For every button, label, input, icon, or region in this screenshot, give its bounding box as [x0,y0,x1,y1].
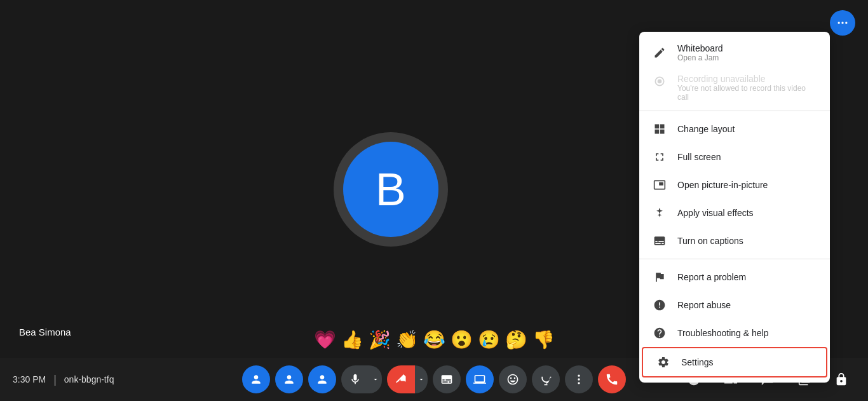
meeting-code: onk-bbgn-tfq [64,374,114,384]
edit-icon [652,45,667,60]
top-more-button[interactable] [830,10,855,36]
emoji-wow[interactable]: 😮 [451,329,473,350]
report-problem-label: Report a problem [677,272,746,282]
captions-icon [652,233,667,248]
emoji-thumbsup[interactable]: 👍 [341,329,363,350]
video-area: B Bea Simona 💗 👍 🎉 👏 😂 😮 😢 🤔 👎 [0,0,868,401]
whiteboard-sublabel: Open a Jam [677,53,723,62]
layout-label: Change layout [677,124,735,134]
end-call-button[interactable] [598,365,626,393]
settings-label: Settings [681,357,714,367]
svg-point-0 [838,22,840,24]
menu-item-recording: Recording unavailable You're not allowed… [639,69,830,107]
meeting-time: 3:30 PM [13,374,46,384]
emoji-laugh[interactable]: 😂 [423,329,445,350]
people-button-1[interactable] [242,365,270,393]
sparkle-icon [652,205,667,221]
svg-point-5 [578,375,580,377]
captions-label: Turn on captions [677,236,743,246]
captions-text: Turn on captions [677,236,743,246]
toolbar-left: 3:30 PM | onk-bbgn-tfq [13,373,114,386]
recording-text: Recording unavailable You're not allowed… [677,74,817,102]
troubleshooting-label: Troubleshooting & help [677,328,768,338]
svg-point-7 [578,382,580,384]
warning-icon [652,297,667,313]
layout-text: Change layout [677,124,735,134]
camera-button[interactable] [387,365,415,393]
troubleshooting-text: Troubleshooting & help [677,328,768,338]
avatar-outer: B [334,132,448,247]
menu-item-visual-effects[interactable]: Apply visual effects [639,199,830,227]
people-button-3[interactable] [308,365,336,393]
emoji-clap[interactable]: 👏 [396,329,418,350]
svg-point-6 [578,378,580,380]
report-abuse-label: Report abuse [677,300,731,310]
svg-point-2 [845,22,847,24]
menu-item-settings[interactable]: Settings [642,347,827,377]
mic-button[interactable] [341,365,369,393]
present-button[interactable] [466,365,494,393]
pip-label: Open picture-in-picture [677,180,768,190]
mic-chevron[interactable] [369,365,382,393]
recording-sublabel: You're not allowed to record this video … [677,84,817,102]
more-options-button[interactable] [565,365,593,393]
menu-item-troubleshooting[interactable]: Troubleshooting & help [639,319,830,347]
flag-icon [652,269,667,285]
svg-point-4 [658,79,662,84]
emoji-think[interactable]: 🤔 [505,329,527,350]
menu-divider-1 [639,111,830,111]
visual-effects-text: Apply visual effects [677,208,754,218]
whiteboard-text: Whiteboard Open a Jam [677,43,723,62]
emoji-sad[interactable]: 😢 [478,329,500,350]
pip-text: Open picture-in-picture [677,180,768,190]
time-divider: | [53,373,57,386]
emoji-reactions-button[interactable] [499,365,527,393]
fullscreen-icon [652,149,667,165]
emoji-party[interactable]: 🎉 [369,329,391,350]
avatar: B [343,142,438,237]
menu-item-captions[interactable]: Turn on captions [639,227,830,255]
avatar-container: B [334,132,448,247]
participant-name: Bea Simona [19,327,71,337]
toolbar-center [242,365,626,393]
gear-icon [656,355,671,370]
record-icon [652,74,667,89]
recording-label: Recording unavailable [677,74,817,84]
svg-point-1 [841,22,843,24]
menu-item-whiteboard[interactable]: Whiteboard Open a Jam [639,37,830,69]
menu-item-fullscreen[interactable]: Full screen [639,143,830,171]
emoji-heart[interactable]: 💗 [314,329,336,350]
menu-divider-2 [639,259,830,259]
menu-item-pip[interactable]: Open picture-in-picture [639,171,830,199]
camera-group [387,365,428,393]
raise-hand-button[interactable] [532,365,560,393]
captions-button[interactable] [433,365,461,393]
camera-chevron[interactable] [415,365,428,393]
menu-item-layout[interactable]: Change layout [639,115,830,143]
visual-effects-label: Apply visual effects [677,208,754,218]
settings-text: Settings [681,357,714,367]
people-button-2[interactable] [275,365,303,393]
mic-group [341,365,382,393]
report-problem-text: Report a problem [677,272,746,282]
menu-item-report-abuse[interactable]: Report abuse [639,291,830,319]
whiteboard-label: Whiteboard [677,43,723,53]
layout-icon [652,121,667,137]
help-icon [652,325,667,341]
fullscreen-label: Full screen [677,152,721,162]
context-menu: Whiteboard Open a Jam Recording unavaila… [639,32,830,383]
pip-icon [652,177,667,193]
lock-icon-button[interactable] [827,365,855,393]
emoji-bar: 💗 👍 🎉 👏 😂 😮 😢 🤔 👎 [314,329,555,350]
fullscreen-text: Full screen [677,152,721,162]
menu-item-report-problem[interactable]: Report a problem [639,263,830,291]
report-abuse-text: Report abuse [677,300,731,310]
emoji-thumbsdown[interactable]: 👎 [532,329,555,350]
